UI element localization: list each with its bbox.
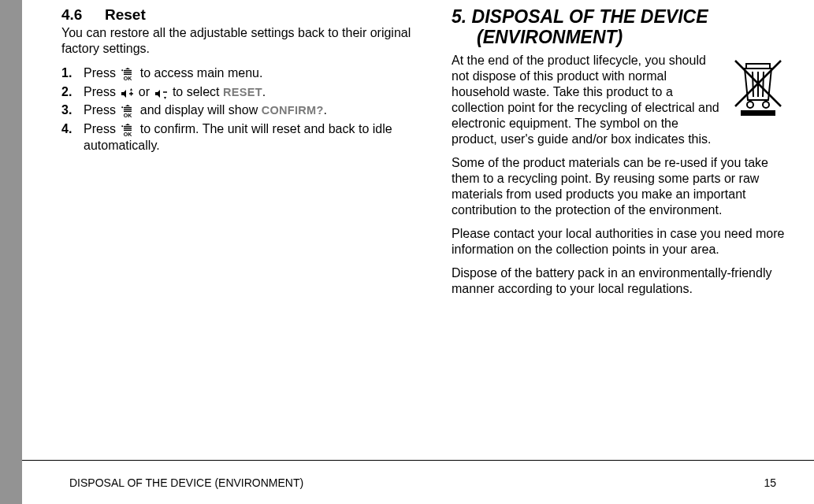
svg-marker-0 <box>125 68 130 69</box>
weee-icon <box>730 56 786 120</box>
svg-marker-6 <box>130 88 132 91</box>
svg-text:OK: OK <box>124 131 132 136</box>
svg-text:OK: OK <box>124 75 132 80</box>
steps-list: Press OK to access main menu. Press or t… <box>61 65 423 154</box>
volume-down-icon <box>154 87 168 98</box>
step-item: Press or to select RESET. <box>61 83 423 101</box>
footer-page-number: 15 <box>764 476 776 489</box>
svg-point-27 <box>747 102 753 108</box>
chapter-line2: (ENVIRONMENT) <box>452 27 786 47</box>
section-heading: 4.6Reset <box>61 6 423 24</box>
svg-point-4 <box>122 69 124 71</box>
svg-rect-31 <box>742 111 775 115</box>
display-text: CONFIRM? <box>262 104 324 117</box>
disposal-p2: Some of the product materials can be re-… <box>452 155 786 218</box>
display-text: RESET <box>223 86 262 98</box>
disposal-p3: Please contact your local authorities in… <box>452 226 786 258</box>
step-item: Press OK to access main menu. <box>61 65 423 82</box>
chapter-heading: 5. DISPOSAL OF THE DEVICE (ENVIRONMENT) <box>452 6 786 48</box>
section-intro: You can restore all the adjustable setti… <box>61 25 423 57</box>
menu-ok-icon: OK <box>120 68 136 80</box>
menu-ok-icon: OK <box>120 124 136 136</box>
svg-text:OK: OK <box>124 112 132 117</box>
page-footer: DISPOSAL OF THE DEVICE (ENVIRONMENT) 15 <box>22 460 814 504</box>
svg-marker-11 <box>125 105 130 106</box>
step-item: Press OK to confirm. The unit will reset… <box>61 120 423 154</box>
volume-up-icon <box>120 87 134 98</box>
page-gutter <box>0 0 22 504</box>
svg-point-28 <box>763 102 769 108</box>
svg-point-21 <box>122 125 124 127</box>
footer-title: DISPOSAL OF THE DEVICE (ENVIRONMENT) <box>69 476 303 489</box>
svg-point-15 <box>122 106 124 108</box>
menu-ok-icon: OK <box>120 105 136 117</box>
disposal-p4: Dispose of the battery pack in an enviro… <box>452 265 786 297</box>
right-column: 5. DISPOSAL OF THE DEVICE (ENVIRONMENT) <box>437 6 800 449</box>
svg-line-26 <box>763 72 764 97</box>
svg-line-24 <box>753 72 753 97</box>
left-column: 4.6Reset You can restore all the adjusta… <box>47 6 437 449</box>
page-content: 4.6Reset You can restore all the adjusta… <box>0 0 814 449</box>
svg-marker-10 <box>164 97 166 99</box>
section-number: 4.6 <box>61 6 105 24</box>
svg-marker-17 <box>125 124 130 125</box>
section-title: Reset <box>105 6 146 23</box>
step-item: Press OK and display will show CONFIRM?. <box>61 102 423 119</box>
chapter-line1: 5. DISPOSAL OF THE DEVICE <box>452 6 708 27</box>
